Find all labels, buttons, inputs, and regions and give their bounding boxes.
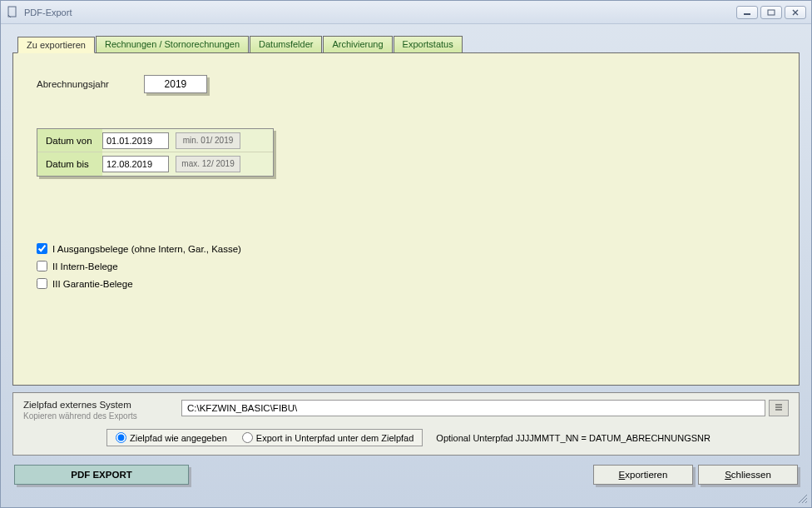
svg-rect-2 [768, 10, 775, 15]
tab-exportstatus[interactable]: Exportstatus [394, 36, 463, 52]
radio-unterpfad-label: Export in Unterpfad unter dem Zielpfad [256, 433, 414, 443]
svg-rect-1 [744, 13, 750, 15]
date-range-group: Datum von min. 01/ 2019 Datum bis max. 1… [37, 128, 274, 177]
window-title: PDF-Export [24, 7, 736, 17]
radio-export-unterpfad[interactable]: Export in Unterpfad unter dem Zielpfad [242, 432, 414, 443]
window-buttons [736, 6, 806, 19]
svg-rect-0 [8, 7, 16, 17]
app-icon [6, 6, 19, 19]
path-radio-set: Zielpfad wie angegeben Export in Unterpf… [106, 429, 423, 446]
radio-zielpfad-box[interactable] [116, 432, 126, 443]
check-garantie-belege-box[interactable] [37, 278, 47, 289]
check-ausgangsbelege-box[interactable] [37, 243, 47, 254]
date-from-label: Datum von [46, 136, 102, 146]
date-to-label: Datum bis [46, 159, 102, 169]
titlebar: PDF-Export [1, 1, 811, 24]
check-garantie-belege-label: III Garantie-Belege [52, 279, 133, 289]
date-to-hint: max. 12/ 2019 [176, 156, 240, 172]
tabpane-zu-exportieren: Abrechnungsjahr 2019 Datum von min. 01/ … [12, 52, 800, 386]
export-button[interactable]: Exportieren [593, 465, 693, 485]
close-button[interactable] [785, 6, 806, 19]
tab-datumsfelder[interactable]: Datumsfelder [250, 36, 322, 52]
date-from-hint: min. 01/ 2019 [176, 132, 240, 149]
close-button-footer[interactable]: Schliessen [698, 465, 798, 485]
check-ausgangsbelege[interactable]: I Ausgangsbelege (ohne Intern, Gar., Kas… [37, 243, 775, 254]
tab-zu-exportieren[interactable]: Zu exportieren [17, 37, 95, 53]
date-to-input[interactable] [102, 156, 169, 172]
tab-archivierung[interactable]: Archivierung [323, 36, 392, 52]
check-intern-belege-label: II Intern-Belege [52, 261, 118, 271]
footer: PDF EXPORT Exportieren Schliessen [12, 461, 800, 489]
year-label: Abrechnungsjahr [37, 79, 109, 89]
path-label: Zielpfad externes System [23, 400, 181, 410]
pdf-export-button[interactable]: PDF EXPORT [14, 465, 189, 485]
check-intern-belege[interactable]: II Intern-Belege [37, 261, 775, 271]
path-input[interactable] [181, 400, 765, 416]
tab-rechnungen[interactable]: Rechnungen / Stornorechnungen [96, 36, 249, 52]
date-from-input[interactable] [102, 132, 169, 149]
optional-unterpfad-text: Optional Unterpfad JJJJMMTT_NN = DATUM_A… [436, 433, 710, 443]
check-intern-belege-box[interactable] [37, 261, 47, 271]
close-button-rest: chliessen [731, 470, 771, 480]
radio-unterpfad-box[interactable] [242, 432, 253, 443]
path-sublabel: Kopieren während des Exports [23, 411, 181, 421]
browse-button[interactable] [769, 400, 789, 416]
list-icon [774, 403, 784, 413]
check-ausgangsbelege-label: I Ausgangsbelege (ohne Intern, Gar., Kas… [52, 244, 241, 254]
resize-grip[interactable] [796, 492, 808, 504]
export-button-rest: xportieren [625, 470, 667, 480]
checkbox-group: I Ausgangsbelege (ohne Intern, Gar., Kas… [37, 243, 775, 289]
path-group: Zielpfad externes System Kopieren währen… [12, 392, 800, 456]
year-input[interactable]: 2019 [144, 75, 207, 93]
minimize-button[interactable] [736, 6, 758, 19]
tabstrip: Zu exportieren Rechnungen / Stornorechnu… [17, 36, 800, 52]
maximize-button[interactable] [760, 6, 782, 19]
check-garantie-belege[interactable]: III Garantie-Belege [37, 278, 775, 289]
radio-zielpfad-label: Zielpfad wie angegeben [130, 433, 227, 443]
radio-zielpfad-wie-angegeben[interactable]: Zielpfad wie angegeben [116, 432, 227, 443]
